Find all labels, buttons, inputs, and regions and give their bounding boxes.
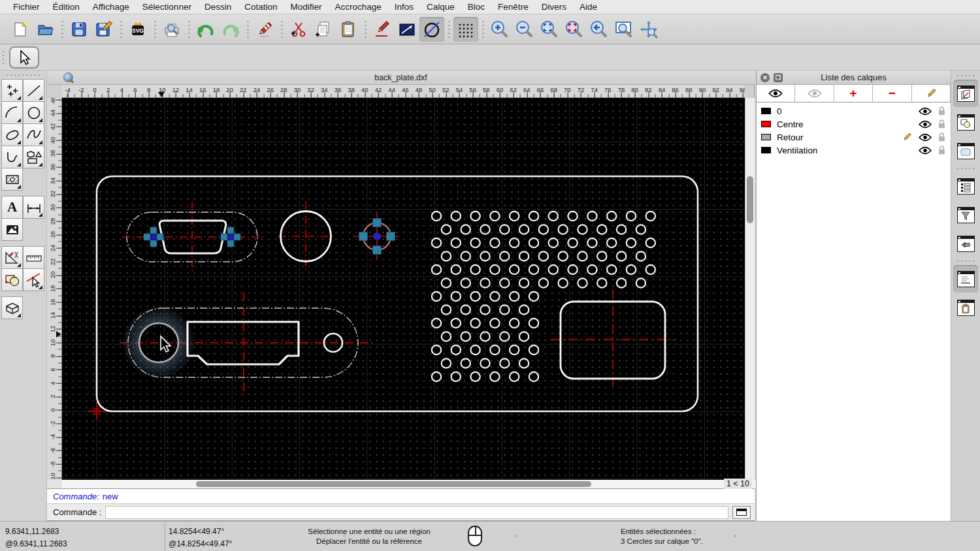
rounded-rect-cutout-group[interactable]: [551, 289, 676, 390]
ventilation-hole[interactable]: [432, 345, 441, 354]
menu-edition[interactable]: Édition: [46, 0, 86, 14]
ventilation-hole[interactable]: [432, 319, 441, 328]
ventilation-hole[interactable]: [510, 319, 519, 328]
dimension-tool-button[interactable]: [23, 196, 44, 219]
menu-modifier[interactable]: Modifier: [284, 0, 328, 14]
ventilation-hole[interactable]: [451, 265, 461, 274]
app-logo-icon[interactable]: [63, 72, 73, 82]
ventilation-hole[interactable]: [578, 225, 587, 234]
select-entity-tool-button[interactable]: [23, 268, 44, 291]
layer-color-swatch[interactable]: [761, 108, 771, 114]
ventilation-hole[interactable]: [490, 212, 499, 221]
ventilation-hole[interactable]: [451, 212, 461, 221]
ventilation-hole[interactable]: [559, 225, 568, 234]
ventilation-hole[interactable]: [442, 225, 451, 234]
ventilation-hole[interactable]: [461, 332, 470, 341]
menu-affichage[interactable]: Affichage: [86, 0, 136, 14]
ventilation-hole[interactable]: [442, 251, 451, 260]
ventilation-hole[interactable]: [597, 225, 606, 234]
ventilation-hole[interactable]: [490, 319, 499, 328]
grid-toggle[interactable]: [453, 17, 478, 42]
cut-button[interactable]: [286, 17, 311, 42]
ventilation-hole[interactable]: [500, 278, 509, 287]
zoom-window-button[interactable]: [612, 17, 636, 42]
ventilation-hole[interactable]: [587, 212, 596, 221]
redo-button[interactable]: [218, 17, 243, 42]
ventilation-hole[interactable]: [461, 225, 470, 234]
ventilation-hole[interactable]: [480, 305, 489, 314]
zoom-out-button[interactable]: [512, 17, 537, 42]
ventilation-hole[interactable]: [559, 251, 568, 260]
ventilation-hole[interactable]: [451, 238, 461, 247]
ventilation-hole[interactable]: [451, 345, 461, 354]
ventilation-hole[interactable]: [461, 358, 470, 368]
horizontal-scrollbar[interactable]: [62, 480, 769, 488]
ventilation-hole[interactable]: [490, 238, 499, 247]
line-tool-button[interactable]: [395, 17, 419, 42]
draw-order-button[interactable]: [370, 17, 395, 42]
round-hole-group[interactable]: [278, 201, 335, 272]
modify-tool-button[interactable]: [1, 246, 23, 269]
ventilation-hole[interactable]: [432, 238, 441, 247]
cad-canvas[interactable]: [62, 98, 745, 480]
zoom-previous-button[interactable]: [587, 17, 612, 42]
ventilation-hole[interactable]: [432, 265, 441, 274]
ventilation-hole[interactable]: [549, 212, 558, 221]
selection-center-point[interactable]: [373, 232, 381, 240]
ventilation-hole[interactable]: [529, 292, 538, 301]
ventilation-holes[interactable]: [432, 212, 655, 381]
ventilation-hole[interactable]: [470, 212, 480, 221]
ventilation-hole[interactable]: [480, 358, 489, 368]
ventilation-hole[interactable]: [568, 265, 577, 274]
ventilation-hole[interactable]: [480, 332, 489, 341]
zoom-selection-button[interactable]: [562, 17, 587, 42]
ventilation-hole[interactable]: [627, 212, 636, 221]
plate-outline[interactable]: [97, 176, 698, 411]
menu-calque[interactable]: Calque: [420, 0, 461, 14]
polyline-tool-button[interactable]: [1, 146, 23, 168]
ventilation-hole[interactable]: [519, 251, 529, 260]
measure-tool-button[interactable]: [23, 246, 44, 269]
ventilation-hole[interactable]: [500, 358, 509, 368]
ventilation-hole[interactable]: [617, 251, 626, 260]
clipboard-dock-toggle[interactable]: [953, 294, 978, 321]
points-tool-button[interactable]: [1, 79, 23, 102]
ventilation-hole[interactable]: [529, 345, 538, 354]
ventilation-hole[interactable]: [539, 251, 548, 260]
ventilation-hole[interactable]: [529, 212, 538, 221]
delete-button[interactable]: [252, 17, 277, 42]
view-dock-toggle[interactable]: [953, 230, 978, 257]
ventilation-hole[interactable]: [617, 225, 626, 234]
ventilation-hole[interactable]: [617, 278, 626, 287]
ventilation-hole[interactable]: [519, 225, 529, 234]
layer-row-retour[interactable]: Retour: [757, 131, 951, 144]
ventilation-hole[interactable]: [451, 319, 461, 328]
show-all-layers-button[interactable]: [757, 85, 795, 102]
layer-color-swatch[interactable]: [761, 121, 771, 127]
ventilation-hole[interactable]: [559, 278, 568, 287]
ventilation-hole[interactable]: [549, 265, 558, 274]
ventilation-hole[interactable]: [646, 265, 655, 274]
layer-row-0[interactable]: 0: [757, 104, 951, 118]
ventilation-hole[interactable]: [510, 345, 519, 354]
layer-lock-icon[interactable]: [938, 145, 946, 155]
library-dock-toggle[interactable]: [953, 137, 978, 165]
ventilation-hole[interactable]: [510, 265, 519, 274]
rounded-rect-centerlines[interactable]: [551, 289, 676, 390]
layers-dock-toggle[interactable]: [953, 80, 978, 107]
ventilation-hole[interactable]: [470, 319, 480, 328]
copy-button[interactable]: [311, 17, 336, 42]
selection-pointer-button[interactable]: [9, 46, 39, 69]
3d-view-tool-button[interactable]: [1, 296, 23, 319]
ventilation-hole[interactable]: [480, 225, 489, 234]
ventilation-hole[interactable]: [627, 238, 636, 247]
ventilation-hole[interactable]: [568, 212, 577, 221]
svg-export-button[interactable]: SVG: [125, 17, 150, 42]
save-as-button[interactable]: [91, 17, 116, 42]
command-input[interactable]: [105, 506, 728, 519]
menu-infos[interactable]: Infos: [388, 0, 420, 14]
ventilation-hole[interactable]: [510, 212, 519, 221]
layer-color-swatch[interactable]: [761, 134, 771, 140]
ventilation-hole[interactable]: [607, 265, 616, 274]
line-tool-button[interactable]: [23, 79, 44, 102]
